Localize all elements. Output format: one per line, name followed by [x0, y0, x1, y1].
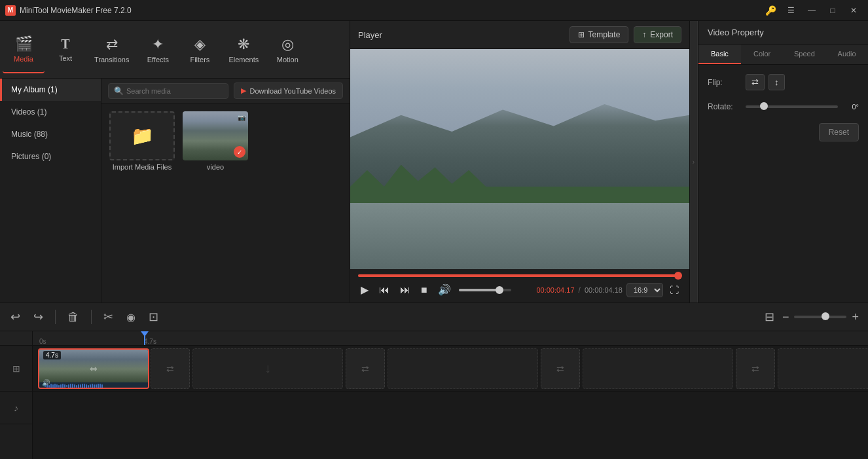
volume-slider[interactable]: [459, 289, 511, 291]
filters-icon: ◈: [194, 36, 206, 53]
zoom-handle[interactable]: [822, 312, 829, 320]
minimize-button[interactable]: —: [803, 3, 821, 18]
rotate-value: 0°: [842, 103, 859, 111]
flip-vertical-button[interactable]: ↕: [769, 74, 785, 90]
split-view-button[interactable]: ⊟: [762, 308, 777, 325]
toolbar-item-motion[interactable]: ◎ Motion: [266, 26, 308, 73]
maximize-button[interactable]: □: [823, 3, 842, 18]
playhead[interactable]: [144, 331, 145, 345]
rotate-controls: 0°: [746, 103, 859, 111]
video-media-thumb[interactable]: 📷 ✓: [183, 111, 248, 160]
hamburger-button[interactable]: ☰: [782, 3, 800, 18]
text-label: Text: [59, 54, 72, 62]
next-button[interactable]: ⏭: [397, 283, 413, 297]
export-icon: ↑: [642, 30, 646, 39]
tab-audio[interactable]: Audio: [825, 45, 868, 64]
empty-slot-3: [583, 348, 733, 389]
rotate-row: Rotate: 0°: [708, 102, 859, 111]
search-box[interactable]: 🔍: [108, 83, 228, 99]
transition-slot-4[interactable]: ⇄: [736, 348, 775, 389]
music-note-icon: ♪: [14, 403, 18, 413]
tab-speed[interactable]: Speed: [784, 45, 826, 64]
motion-label: Motion: [277, 56, 298, 64]
import-media-thumb[interactable]: 📁: [109, 111, 175, 160]
import-media-item[interactable]: 📁 Import Media Files: [109, 111, 175, 171]
zoom-out-button[interactable]: −: [780, 309, 792, 325]
nav-item-music[interactable]: Music (88): [0, 123, 101, 145]
nav-item-pictures[interactable]: Pictures (0): [0, 145, 101, 168]
clip-waveform: [39, 382, 148, 389]
tab-basic[interactable]: Basic: [698, 45, 741, 64]
tab-color[interactable]: Color: [741, 45, 784, 64]
nav-item-my-album[interactable]: My Album (1): [0, 79, 101, 101]
empty-slot-2: [388, 348, 538, 389]
template-button[interactable]: ⊞ Template: [570, 26, 629, 43]
road-layer: [350, 203, 689, 269]
youtube-icon: ▶: [241, 86, 246, 95]
delete-button[interactable]: 🗑: [63, 308, 83, 327]
properties-title: Video Property: [698, 21, 868, 45]
player-controls: ▶ ⏮ ⏭ ■ 🔊 00:00:04.17 / 00:00:04.18 1: [350, 269, 689, 303]
video-clip[interactable]: 4.7s ⇔ 🔊: [38, 348, 149, 389]
close-button[interactable]: ✕: [844, 3, 863, 18]
properties-panel: Video Property Basic Color Speed Audio F…: [698, 21, 868, 303]
toolbar-item-effects[interactable]: ✦ Effects: [137, 26, 179, 73]
volume-button[interactable]: 🔊: [435, 282, 454, 297]
waveform-bars: [42, 384, 105, 389]
key-icon: 🔑: [765, 5, 776, 16]
transitions-label: Transitions: [94, 56, 129, 64]
motion-icon: ◎: [281, 36, 294, 53]
fullscreen-button[interactable]: ⛶: [667, 284, 681, 297]
flip-controls: ⇄ ↕: [746, 74, 859, 90]
progress-bar[interactable]: [358, 274, 681, 277]
rotate-slider[interactable]: [746, 105, 838, 108]
volume-handle[interactable]: [496, 286, 503, 294]
collapse-button[interactable]: ›: [690, 21, 698, 303]
toolbar-item-transitions[interactable]: ⇄ Transitions: [86, 26, 137, 73]
reset-button[interactable]: Reset: [819, 123, 859, 141]
video-media-item[interactable]: 📷 ✓ video: [183, 111, 248, 171]
prev-button[interactable]: ⏮: [376, 283, 392, 297]
progress-handle[interactable]: [674, 272, 682, 280]
toolbar-item-media[interactable]: 🎬 Media: [3, 26, 45, 73]
audio-button[interactable]: ◉: [122, 308, 139, 326]
nav-item-videos[interactable]: Videos (1): [0, 101, 101, 123]
download-youtube-button[interactable]: ▶ Download YouTube Videos: [234, 83, 344, 99]
download-label: Download YouTube Videos: [250, 87, 336, 95]
music-track: [33, 392, 868, 424]
crop-button[interactable]: ⊡: [145, 307, 162, 327]
rotate-handle[interactable]: [760, 102, 768, 110]
transition-slot-1[interactable]: ⇄: [151, 348, 190, 389]
clip-move-icon: ⇔: [90, 363, 98, 374]
search-input[interactable]: [126, 87, 223, 95]
elements-icon: ❋: [238, 36, 249, 53]
undo-button[interactable]: ↩: [7, 307, 24, 327]
export-button[interactable]: ↑ Export: [634, 26, 681, 43]
cut-button[interactable]: ✂: [99, 307, 117, 327]
toolbar-item-filters[interactable]: ◈ Filters: [179, 26, 221, 73]
empty-slot-1[interactable]: ↓: [192, 348, 343, 389]
stop-button[interactable]: ■: [418, 283, 430, 297]
effects-icon: ✦: [152, 36, 164, 53]
redo-button[interactable]: ↪: [29, 307, 47, 327]
zoom-slider[interactable]: [794, 316, 846, 318]
flip-horizontal-button[interactable]: ⇄: [746, 74, 765, 90]
media-label: Media: [14, 55, 33, 63]
import-media-label: Import Media Files: [113, 163, 172, 171]
current-time: 00:00:04.17: [536, 286, 574, 294]
filters-label: Filters: [190, 56, 209, 64]
play-button[interactable]: ▶: [358, 282, 371, 297]
toolbar-item-text[interactable]: T Text: [45, 26, 86, 73]
left-nav: My Album (1) Videos (1) Music (88) Pictu…: [0, 79, 101, 303]
transition-slot-3[interactable]: ⇄: [541, 348, 580, 389]
playhead-triangle: [141, 331, 149, 337]
rotate-label: Rotate:: [708, 102, 740, 111]
video-track: 4.7s ⇔ 🔊 ⇄ ↓ ⇄ ⇄: [33, 346, 868, 392]
timeline-section: ↩ ↪ 🗑 ✂ ◉ ⊡ ⊟ − + ⊞: [0, 303, 868, 459]
aspect-ratio-select[interactable]: 16:9 4:3 1:1 9:16: [626, 283, 663, 297]
toolbar-item-elements[interactable]: ❋ Elements: [221, 26, 266, 73]
effects-label: Effects: [147, 56, 169, 64]
transition-slot-2[interactable]: ⇄: [346, 348, 385, 389]
template-label: Template: [588, 30, 621, 39]
zoom-in-button[interactable]: +: [849, 309, 861, 325]
